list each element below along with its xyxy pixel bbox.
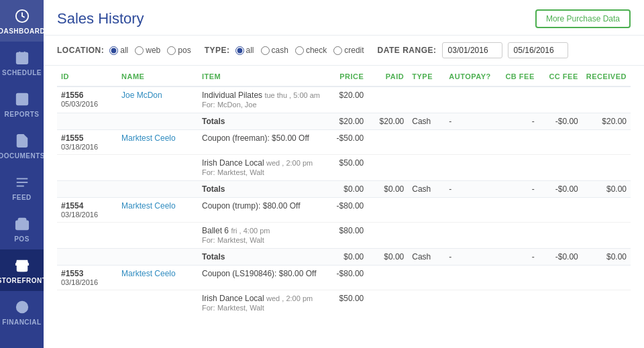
totals-label-cell: Totals xyxy=(198,181,324,198)
customer-name-link[interactable]: Marktest Ceelo xyxy=(121,133,176,143)
cell-ccfee xyxy=(539,130,582,155)
sidebar-item-label: Dashboard xyxy=(0,27,45,35)
sidebar-item-documents[interactable]: Documents xyxy=(0,125,44,166)
sidebar-item-reports[interactable]: Reports xyxy=(0,83,44,125)
col-header-cbfee: CB FEE xyxy=(495,66,539,86)
page-header: Sales History More Purchase Data xyxy=(44,0,644,36)
cell-autopay xyxy=(445,266,494,290)
item-for-link[interactable]: McDon, Joe xyxy=(217,101,257,109)
sidebar-item-label: Financial xyxy=(2,318,41,326)
sidebar-item-label: POS xyxy=(14,235,30,243)
location-all-radio[interactable] xyxy=(109,46,118,55)
customer-name-link[interactable]: Marktest Ceelo xyxy=(121,201,176,211)
sale-id: #1554 xyxy=(61,201,113,211)
type-cash[interactable]: cash xyxy=(261,46,288,55)
col-header-type: TYPE xyxy=(408,66,445,86)
cell-autopay xyxy=(445,155,494,181)
type-all-radio[interactable] xyxy=(235,46,244,55)
location-web[interactable]: web xyxy=(135,46,160,55)
date-to-input[interactable] xyxy=(508,42,568,58)
location-radio-group: all web pos xyxy=(109,46,191,55)
cell-type xyxy=(408,130,445,155)
cell-paid xyxy=(368,198,408,223)
totals-cbfee: - xyxy=(495,181,539,198)
cell-item: Ballet 6 fri , 4:00 pmFor: Marktest, Wal… xyxy=(198,223,324,249)
more-purchase-button[interactable]: More Purchase Data xyxy=(535,9,631,28)
totals-price: $0.00 xyxy=(324,181,368,198)
table-row: Irish Dance Local wed , 2:00 pmFor: Mark… xyxy=(57,155,631,181)
type-check-radio[interactable] xyxy=(295,46,304,55)
totals-cbfee: - xyxy=(495,249,539,266)
cell-ccfee xyxy=(539,86,582,113)
location-pos-radio[interactable] xyxy=(167,46,176,55)
totals-name-cell xyxy=(117,181,198,198)
cell-item: Coupon (LS190846): $80.00 Off xyxy=(198,266,324,290)
item-subtitle: wed , 2:00 pm xyxy=(266,294,313,302)
totals-row: Totals $20.00 $20.00 Cash - - -$0.00 $20… xyxy=(57,113,631,130)
sidebar-item-financial[interactable]: Financial xyxy=(0,291,44,333)
totals-label-cell: Totals xyxy=(198,249,324,266)
cell-price: $50.00 xyxy=(324,290,368,316)
col-header-id: ID xyxy=(57,66,117,86)
sidebar-item-storefront[interactable]: Storefront xyxy=(0,249,44,291)
customer-name-link[interactable]: Joe McDon xyxy=(121,91,162,100)
item-for-label: For: xyxy=(202,168,215,176)
totals-type: Cash xyxy=(408,181,445,198)
sidebar-item-pos[interactable]: POS xyxy=(0,208,44,249)
svg-rect-14 xyxy=(20,267,24,271)
type-credit-radio[interactable] xyxy=(333,46,342,55)
cell-ccfee xyxy=(539,223,582,249)
sidebar-item-dashboard[interactable]: Dashboard xyxy=(0,0,44,42)
sidebar-item-label: Feed xyxy=(12,194,32,201)
type-all[interactable]: all xyxy=(235,46,254,55)
location-web-radio[interactable] xyxy=(135,46,144,55)
sale-date: 03/18/2016 xyxy=(61,278,113,286)
documents-icon xyxy=(13,131,32,150)
cell-type xyxy=(408,266,445,290)
location-label: LOCATION: xyxy=(57,46,104,55)
cell-name xyxy=(117,290,198,316)
cell-type xyxy=(408,155,445,181)
cell-type xyxy=(408,198,445,223)
cell-price: $50.00 xyxy=(324,155,368,181)
location-pos[interactable]: pos xyxy=(167,46,191,55)
cell-name xyxy=(117,223,198,249)
sidebar-item-feed[interactable]: Feed xyxy=(0,166,44,208)
cell-autopay xyxy=(445,86,494,113)
cell-id xyxy=(57,223,117,249)
cell-name xyxy=(117,155,198,181)
col-header-name: NAME xyxy=(117,66,198,86)
cell-ccfee xyxy=(539,155,582,181)
col-header-received: RECEIVED xyxy=(582,66,631,86)
sidebar-item-schedule[interactable]: Schedule xyxy=(0,42,44,83)
col-header-price: PRICE xyxy=(324,66,368,86)
location-all[interactable]: all xyxy=(109,46,128,55)
customer-name-link[interactable]: Marktest Ceelo xyxy=(121,269,176,278)
cell-price: $20.00 xyxy=(324,86,368,113)
totals-autopay: - xyxy=(445,113,494,130)
item-for-link[interactable]: Marktest, Walt xyxy=(217,304,264,312)
filters-bar: LOCATION: all web pos TYPE: xyxy=(44,36,644,66)
item-subtitle: fri , 4:00 pm xyxy=(231,227,270,235)
date-from-input[interactable] xyxy=(442,42,502,58)
table-header-row: ID NAME ITEM PRICE PAID TYPE AUTOPAY? CB… xyxy=(57,66,631,86)
cell-cbfee xyxy=(495,290,539,316)
type-check[interactable]: check xyxy=(295,46,327,55)
cell-type xyxy=(408,86,445,113)
cell-received xyxy=(582,130,631,155)
sale-id: #1555 xyxy=(61,133,113,143)
cell-name: Marktest Ceelo xyxy=(117,198,198,223)
cell-received xyxy=(582,266,631,290)
type-credit[interactable]: credit xyxy=(333,46,364,55)
type-cash-radio[interactable] xyxy=(261,46,270,55)
cell-ccfee xyxy=(539,290,582,316)
cell-cbfee xyxy=(495,198,539,223)
cell-received xyxy=(582,155,631,181)
sales-table: ID NAME ITEM PRICE PAID TYPE AUTOPAY? CB… xyxy=(57,66,631,316)
totals-autopay: - xyxy=(445,249,494,266)
item-for-link[interactable]: Marktest, Walt xyxy=(217,168,264,176)
item-for-link[interactable]: Marktest, Walt xyxy=(217,236,264,244)
col-header-item: ITEM xyxy=(198,66,324,86)
item-name: Individual Pilates xyxy=(202,91,262,100)
cell-received xyxy=(582,223,631,249)
